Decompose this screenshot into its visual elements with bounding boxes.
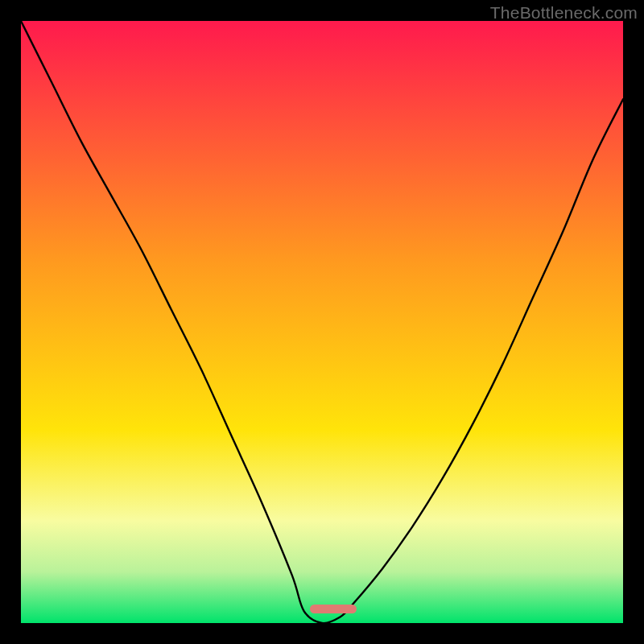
chart-container: TheBottleneck.com bbox=[0, 0, 644, 644]
optimum-marker-pill bbox=[310, 605, 357, 613]
plot-area bbox=[21, 21, 623, 623]
gradient-background bbox=[21, 21, 623, 623]
watermark-text: TheBottleneck.com bbox=[490, 3, 638, 23]
bottleneck-curve-plot bbox=[21, 21, 623, 623]
